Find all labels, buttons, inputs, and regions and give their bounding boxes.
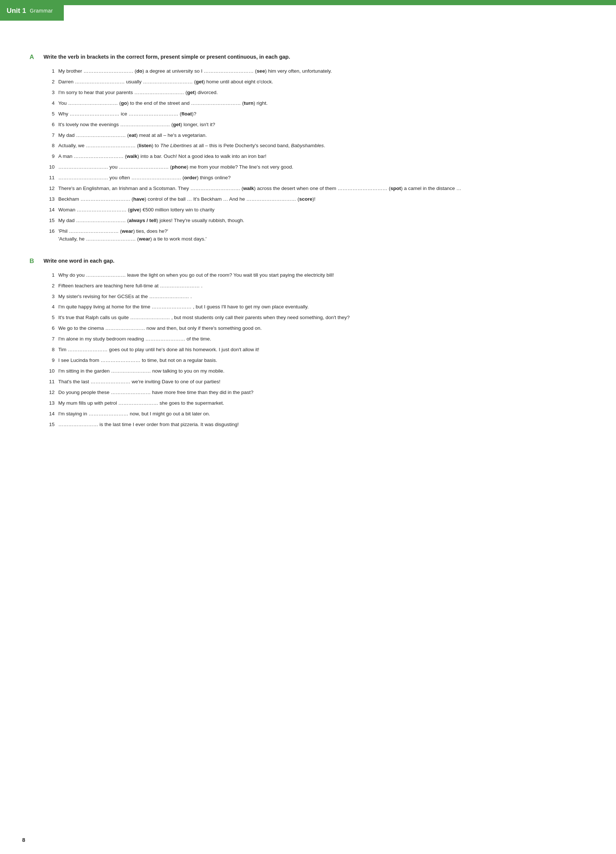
item-number: 4 xyxy=(44,100,55,107)
section-a-letter: A xyxy=(29,53,38,61)
item-number: 14 xyxy=(44,410,55,418)
list-item: 9 I see Lucinda from …………………… to time, b… xyxy=(44,357,587,364)
item-number: 10 xyxy=(44,368,55,375)
item-text: I see Lucinda from …………………… to time, but… xyxy=(58,357,587,364)
item-number: 15 xyxy=(44,217,55,225)
section-b-letter: B xyxy=(29,258,38,265)
list-item: 10 ………………………… you ………………………… (phone) me … xyxy=(44,163,587,171)
item-number: 13 xyxy=(44,195,55,203)
item-number: 8 xyxy=(44,346,55,354)
section-b-instruction: Write one word in each gap. xyxy=(44,257,114,264)
list-item: 4 You ………………………… (go) to the end of the … xyxy=(44,100,587,107)
list-item: 10 I'm sitting in the garden …………………… no… xyxy=(44,368,587,375)
item-text: I'm quite happy living at home for the t… xyxy=(58,303,587,311)
item-text: Why do you …………………… leave the light on w… xyxy=(58,271,587,279)
item-text: That's the last …………………… we're inviting … xyxy=(58,378,587,386)
item-text: We go to the cinema …………………… now and the… xyxy=(58,325,587,332)
list-item: 15 …………………… is the last time I ever orde… xyxy=(44,421,587,429)
list-item: 13 Beckham ………………………… (have) control of … xyxy=(44,195,587,203)
item-number: 7 xyxy=(44,132,55,139)
item-number: 11 xyxy=(44,174,55,182)
item-number: 4 xyxy=(44,303,55,311)
list-item: 11 That's the last …………………… we're inviti… xyxy=(44,378,587,386)
item-text: ………………………… you often ………………………… (order) … xyxy=(58,174,587,182)
item-text: ………………………… you ………………………… (phone) me fro… xyxy=(58,163,587,171)
list-item: 2 Darren ………………………… usually ………………………… (… xyxy=(44,78,587,86)
unit-number: Unit 1 xyxy=(7,7,26,15)
list-item: 8 Tim …………………… goes out to play until he… xyxy=(44,346,587,354)
item-text: Why ………………………… ice ………………………… (float)? xyxy=(58,110,587,118)
list-item: 4 I'm quite happy living at home for the… xyxy=(44,303,587,311)
item-text: Darren ………………………… usually ………………………… (ge… xyxy=(58,78,587,86)
list-item: 3 My sister's revising for her GCSEs at … xyxy=(44,293,587,300)
item-number: 1 xyxy=(44,67,55,75)
section-a-header: A Write the verb in brackets in the corr… xyxy=(29,53,587,61)
list-item: 1 My brother ………………………… (do) a degree at… xyxy=(44,67,587,75)
item-text: Fifteen teachers are teaching here full-… xyxy=(58,282,587,290)
item-number: 9 xyxy=(44,153,55,160)
list-item: 1 Why do you …………………… leave the light on… xyxy=(44,271,587,279)
item-number: 16 xyxy=(44,227,55,235)
item-text: It's lovely now the evenings ………………………… … xyxy=(58,121,587,129)
section-a-list: 1 My brother ………………………… (do) a degree at… xyxy=(44,67,587,243)
item-number: 11 xyxy=(44,378,55,386)
list-item: 3 I'm sorry to hear that your parents ……… xyxy=(44,89,587,97)
item-text: Actually, we ………………………… (listen) to The … xyxy=(58,142,587,150)
section-a-instruction: Write the verb in brackets in the correc… xyxy=(44,53,290,61)
section-b-list: 1 Why do you …………………… leave the light on… xyxy=(44,271,587,429)
item-text: Woman ………………………… (give) €500 million lot… xyxy=(58,206,587,214)
item-text: Do young people these …………………… have more… xyxy=(58,389,587,396)
list-item: 5 It's true that Ralph calls us quite ……… xyxy=(44,314,587,322)
item-text: My sister's revising for her GCSEs at th… xyxy=(58,293,587,300)
item-text: A man ………………………… (walk) into a bar. Ouch… xyxy=(58,153,587,160)
list-item: 2 Fifteen teachers are teaching here ful… xyxy=(44,282,587,290)
list-item: 12 There's an Englishman, an Irishman an… xyxy=(44,185,587,192)
list-item: 9 A man ………………………… (walk) into a bar. Ou… xyxy=(44,153,587,160)
item-number: 1 xyxy=(44,271,55,279)
list-item: 15 My dad ………………………… (always / tell) jok… xyxy=(44,217,587,225)
item-number: 6 xyxy=(44,325,55,332)
item-number: 10 xyxy=(44,163,55,171)
item-number: 15 xyxy=(44,421,55,429)
list-item: 14 Woman ………………………… (give) €500 million … xyxy=(44,206,587,214)
header-bar xyxy=(0,0,616,5)
list-item: 7 My dad ………………………… (eat) meat at all – … xyxy=(44,132,587,139)
item-number: 9 xyxy=(44,357,55,364)
item-number: 5 xyxy=(44,314,55,322)
item-text: I'm alone in my study bedroom reading ……… xyxy=(58,336,587,343)
list-item: 14 I'm staying in …………………… now, but I mi… xyxy=(44,410,587,418)
page-number: 8 xyxy=(22,837,25,843)
unit-tab: Unit 1 Grammar xyxy=(0,0,64,21)
list-item: 16 'Phil ………………………… (wear) ties, does he… xyxy=(44,227,587,243)
list-item: 6 We go to the cinema …………………… now and t… xyxy=(44,325,587,332)
item-number: 3 xyxy=(44,89,55,97)
list-item: 8 Actually, we ………………………… (listen) to Th… xyxy=(44,142,587,150)
list-item: 11 ………………………… you often ………………………… (orde… xyxy=(44,174,587,182)
unit-label: Grammar xyxy=(30,8,53,14)
item-number: 5 xyxy=(44,110,55,118)
list-item: 7 I'm alone in my study bedroom reading … xyxy=(44,336,587,343)
item-number: 3 xyxy=(44,293,55,300)
content-panel: A Write the verb in brackets in the corr… xyxy=(0,21,616,854)
item-text: My dad ………………………… (eat) meat at all – he… xyxy=(58,132,587,139)
item-number: 2 xyxy=(44,282,55,290)
item-text: …………………… is the last time I ever order f… xyxy=(58,421,587,429)
item-number: 6 xyxy=(44,121,55,129)
item-text: You ………………………… (go) to the end of the st… xyxy=(58,100,587,107)
item-text: 'Phil ………………………… (wear) ties, does he?''… xyxy=(58,227,587,243)
item-number: 2 xyxy=(44,78,55,86)
item-text: I'm sitting in the garden …………………… now t… xyxy=(58,368,587,375)
main-content: A Write the verb in brackets in the corr… xyxy=(0,21,616,454)
item-text: My brother ………………………… (do) a degree at u… xyxy=(58,67,587,75)
item-text: My mum fills up with petrol …………………… she… xyxy=(58,400,587,407)
item-text: My dad ………………………… (always / tell) jokes!… xyxy=(58,217,587,225)
item-text: Tim …………………… goes out to play until he's… xyxy=(58,346,587,354)
section-b-header: B Write one word in each gap. xyxy=(29,257,587,265)
item-text: There's an Englishman, an Irishman and a… xyxy=(58,185,587,192)
item-text: It's true that Ralph calls us quite …………… xyxy=(58,314,587,322)
list-item: 5 Why ………………………… ice ………………………… (float)? xyxy=(44,110,587,118)
list-item: 6 It's lovely now the evenings ………………………… xyxy=(44,121,587,129)
item-number: 12 xyxy=(44,185,55,192)
item-text: Beckham ………………………… (have) control of the… xyxy=(58,195,587,203)
list-item: 13 My mum fills up with petrol …………………… … xyxy=(44,400,587,407)
